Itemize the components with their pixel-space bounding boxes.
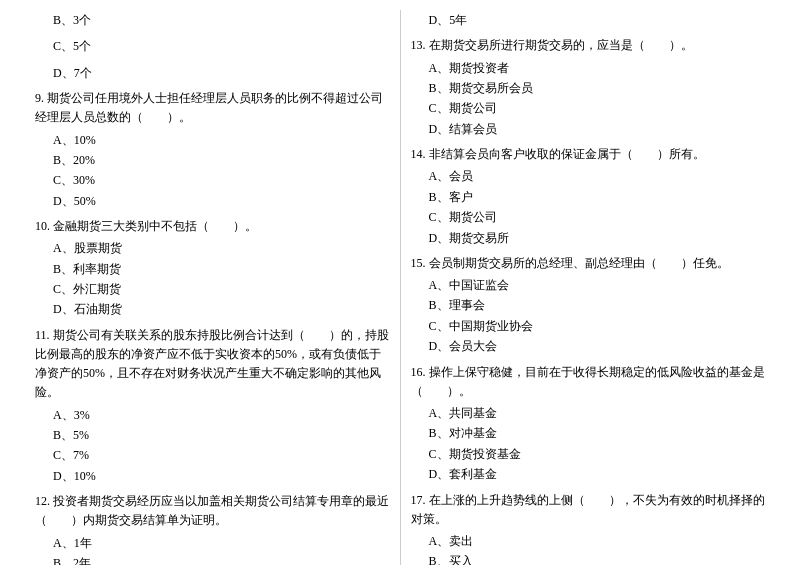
option-d: D、50%	[53, 191, 390, 211]
option-d: D、10%	[53, 466, 390, 486]
option-c: C、7%	[53, 445, 390, 465]
option-d: D、石油期货	[53, 299, 390, 319]
option-d5y: D、5年	[411, 10, 766, 30]
question-text: 15. 会员制期货交易所的总经理、副总经理由（ ）任免。	[411, 254, 766, 273]
right-column: D、5年 13. 在期货交易所进行期货交易的，应当是（ ）。 A、期货投资者 B…	[406, 10, 771, 565]
question-text: 11. 期货公司有关联关系的股东持股比例合计达到（ ）的，持股比例最高的股东的净…	[35, 326, 390, 403]
question-10: 10. 金融期货三大类别中不包括（ ）。 A、股票期货 B、利率期货 C、外汇期…	[35, 217, 390, 320]
question-text: 17. 在上涨的上升趋势线的上侧（ ），不失为有效的时机择择的对策。	[411, 491, 766, 529]
option-b: B、2年	[53, 553, 390, 565]
question-9: 9. 期货公司任用境外人士担任经理层人员职务的比例不得超过公司经理层人员总数的（…	[35, 89, 390, 211]
option-a: A、1年	[53, 533, 390, 553]
left-column: B、3个 C、5个 D、7个 9. 期货公司任用境外人士担任经理层人员职务的比例…	[30, 10, 395, 565]
question-text: 10. 金融期货三大类别中不包括（ ）。	[35, 217, 390, 236]
option-b: B、理事会	[429, 295, 766, 315]
option-text: C、5个	[53, 36, 390, 56]
option-c: C、期货投资基金	[429, 444, 766, 464]
question-16: 16. 操作上保守稳健，目前在于收得长期稳定的低风险收益的基金是（ ）。 A、共…	[411, 363, 766, 485]
question-text: 16. 操作上保守稳健，目前在于收得长期稳定的低风险收益的基金是（ ）。	[411, 363, 766, 401]
option-a: A、股票期货	[53, 238, 390, 258]
question-text: 13. 在期货交易所进行期货交易的，应当是（ ）。	[411, 36, 766, 55]
option-a: A、卖出	[429, 531, 766, 551]
question-17: 17. 在上涨的上升趋势线的上侧（ ），不失为有效的时机择择的对策。 A、卖出 …	[411, 491, 766, 565]
option-d: D、套利基金	[429, 464, 766, 484]
option-a: A、期货投资者	[429, 58, 766, 78]
option-c: C、期货公司	[429, 207, 766, 227]
option-b: B、5%	[53, 425, 390, 445]
question-text: 14. 非结算会员向客户收取的保证金属于（ ）所有。	[411, 145, 766, 164]
question-text: 12. 投资者期货交易经历应当以加盖相关期货公司结算专用章的最近（ ）内期货交易…	[35, 492, 390, 530]
question-13: 13. 在期货交易所进行期货交易的，应当是（ ）。 A、期货投资者 B、期货交易…	[411, 36, 766, 139]
option-b: B、期货交易所会员	[429, 78, 766, 98]
option-d: D、期货交易所	[429, 228, 766, 248]
option-c: C、中国期货业协会	[429, 316, 766, 336]
option-c: C、30%	[53, 170, 390, 190]
option-b: B、20%	[53, 150, 390, 170]
option-a: A、10%	[53, 130, 390, 150]
question-12: 12. 投资者期货交易经历应当以加盖相关期货公司结算专用章的最近（ ）内期货交易…	[35, 492, 390, 565]
option-text: D、5年	[429, 10, 766, 30]
column-divider	[400, 10, 401, 565]
question-15: 15. 会员制期货交易所的总经理、副总经理由（ ）任免。 A、中国证监会 B、理…	[411, 254, 766, 357]
option-d7: D、7个	[35, 63, 390, 83]
option-text: B、3个	[53, 10, 390, 30]
question-11: 11. 期货公司有关联关系的股东持股比例合计达到（ ）的，持股比例最高的股东的净…	[35, 326, 390, 486]
question-14: 14. 非结算会员向客户收取的保证金属于（ ）所有。 A、会员 B、客户 C、期…	[411, 145, 766, 248]
option-text: D、7个	[53, 63, 390, 83]
option-b: B、对冲基金	[429, 423, 766, 443]
option-d: D、会员大会	[429, 336, 766, 356]
option-b: B、客户	[429, 187, 766, 207]
option-a: A、3%	[53, 405, 390, 425]
option-c: C、外汇期货	[53, 279, 390, 299]
option-a: A、中国证监会	[429, 275, 766, 295]
question-text: 9. 期货公司任用境外人士担任经理层人员职务的比例不得超过公司经理层人员总数的（…	[35, 89, 390, 127]
option-a: A、共同基金	[429, 403, 766, 423]
option-b3: B、3个	[35, 10, 390, 30]
option-b: B、买入	[429, 551, 766, 565]
option-a: A、会员	[429, 166, 766, 186]
option-c5: C、5个	[35, 36, 390, 56]
option-b: B、利率期货	[53, 259, 390, 279]
option-c: C、期货公司	[429, 98, 766, 118]
option-d: D、结算会员	[429, 119, 766, 139]
